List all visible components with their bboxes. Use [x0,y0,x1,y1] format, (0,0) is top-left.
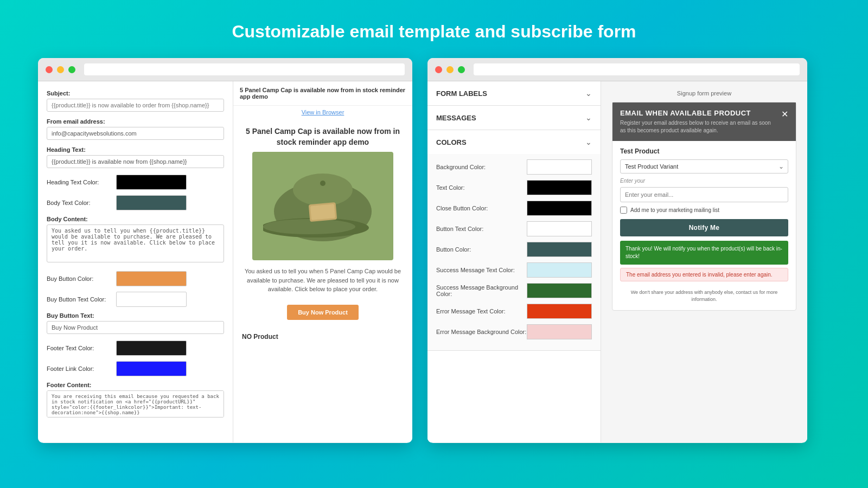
from-email-input[interactable] [47,127,224,140]
close-btn-color-row: Close Button Color: [436,201,592,216]
left-address-bar[interactable] [84,63,405,75]
buy-button-text-group: Buy Button Text: [47,312,224,334]
product-image [252,152,393,260]
email-body-text: You asked us to tell you when 5 Panel Ca… [233,260,412,300]
windows-container: Subject: From email address: Heading Tex… [38,58,830,443]
close-btn-color-label: Close Button Color: [436,205,527,211]
error-bg-color-row: Error Message Background Color: [436,324,592,339]
left-window-body: Subject: From email address: Heading Tex… [38,81,412,442]
email-subject: 5 Panel Camp Cap is available now from i… [233,81,412,106]
error-text-color-swatch[interactable] [527,304,592,319]
right-address-bar[interactable] [474,63,800,75]
footer-content-textarea[interactable]: You are receiving this email because you… [47,390,224,418]
right-browser-window: FORM LABELS ⌄ MESSAGES ⌄ COLORS ⌄ [427,58,807,443]
minimize-button-icon[interactable] [57,66,64,73]
messages-header[interactable]: MESSAGES ⌄ [427,106,601,130]
right-titlebar [427,58,807,81]
form-labels-title: FORM LABELS [436,89,487,98]
svg-point-6 [320,181,326,186]
body-content-label: Body Content: [47,216,224,222]
email-input-field[interactable] [620,187,788,202]
text-color-row: Text Color: [436,180,592,195]
bg-color-row: Background Color: [436,159,592,175]
signup-close-icon[interactable]: ✕ [781,109,788,119]
footer-text-color-row: Footer Text Color: [47,341,224,356]
right-minimize-icon[interactable] [446,66,454,73]
select-chevron-icon: ⌄ [778,163,784,170]
subject-input[interactable] [47,99,224,112]
signup-card: EMAIL WHEN AVAILABLE PRODUCT Register yo… [612,102,796,311]
signup-card-body: Test Product Test Product Variant ⌄ Ente… [612,141,796,310]
buy-button-color-label: Buy Button Color: [47,275,112,282]
svg-rect-5 [310,204,335,220]
right-close-icon[interactable] [435,66,442,73]
btn-text-color-swatch[interactable] [527,221,592,236]
svg-point-1 [293,174,353,206]
footer-text-color-swatch[interactable] [116,341,187,356]
svg-point-3 [263,219,355,234]
success-text-color-swatch[interactable] [527,262,592,278]
left-browser-window: Subject: From email address: Heading Tex… [38,58,412,443]
view-in-browser-link[interactable]: View in Browser [233,106,412,119]
close-btn-color-swatch[interactable] [527,201,592,216]
bg-color-swatch[interactable] [527,159,592,175]
close-button-icon[interactable] [46,66,53,73]
subject-label: Subject: [47,90,224,97]
footer-link-color-swatch[interactable] [116,361,187,376]
btn-color-row: Button Color: [436,242,592,257]
signup-preview-panel: Signup form preview EMAIL WHEN AVAILABLE… [601,81,807,442]
footer-text-color-label: Footer Text Color: [47,345,112,351]
footer-link-color-row: Footer Link Color: [47,361,224,376]
page-title: Customizable email template and subscrib… [232,22,636,42]
variant-select[interactable]: Test Product Variant [620,159,788,174]
buy-button-text-color-label: Buy Button Text Color: [47,296,112,303]
buy-button-text-color-swatch[interactable] [116,292,187,307]
text-color-label: Text Color: [436,184,527,191]
from-email-group: From email address: [47,118,224,140]
bg-color-label: Background Color: [436,164,527,170]
marketing-checkbox[interactable] [620,207,627,214]
from-email-label: From email address: [47,118,224,125]
maximize-button-icon[interactable] [68,66,75,73]
error-text-color-row: Error Message Text Color: [436,304,592,319]
buy-button-text-color-row: Buy Button Text Color: [47,292,224,307]
settings-panel: Subject: From email address: Heading Tex… [38,81,233,442]
error-bg-color-label: Error Message Background Color: [436,329,527,335]
form-labels-header[interactable]: FORM LABELS ⌄ [427,81,601,105]
btn-color-swatch[interactable] [527,242,592,257]
colors-chevron-icon: ⌄ [585,138,592,146]
body-content-group: Body Content: You asked us to tell you w… [47,216,224,265]
body-content-textarea[interactable]: You asked us to tell you when {{product.… [47,224,224,262]
buy-button-color-row: Buy Button Color: [47,271,224,286]
error-message: The email address you entered is invalid… [620,268,788,281]
colors-panel: Background Color: Text Color: Close Butt… [427,154,601,350]
buy-button-text-input[interactable] [47,321,224,334]
success-text-color-row: Success Message Text Color: [436,262,592,278]
privacy-note: We don't share your address with anybody… [620,286,788,304]
messages-chevron-icon: ⌄ [585,113,592,122]
body-text-color-row: Body Text Color: [47,195,224,210]
messages-accordion: MESSAGES ⌄ [427,106,601,130]
subject-group: Subject: [47,90,224,112]
notify-me-button[interactable]: Notify Me [620,219,788,236]
heading-text-label: Heading Text: [47,146,224,153]
email-heading: 5 Panel Camp Cap is available now from i… [233,119,412,152]
success-bg-color-swatch[interactable] [527,283,592,298]
success-bg-color-row: Success Message Background Color: [436,283,592,298]
buy-button-color-swatch[interactable] [116,271,187,286]
heading-color-label: Heading Text Color: [47,179,112,185]
no-product-text: NO Product [233,329,412,345]
success-message: Thank you! We will notify you when the p… [620,241,788,265]
signup-card-title: EMAIL WHEN AVAILABLE PRODUCT [620,109,777,117]
form-labels-chevron-icon: ⌄ [585,89,592,98]
body-text-color-swatch[interactable] [116,195,187,210]
buy-now-button[interactable]: Buy Now Product [287,305,359,320]
footer-content-label: Footer Content: [47,382,224,388]
heading-text-input[interactable] [47,155,224,168]
heading-color-swatch[interactable] [116,175,187,190]
body-text-color-label: Body Text Color: [47,200,112,206]
right-maximize-icon[interactable] [458,66,465,73]
error-bg-color-swatch[interactable] [527,324,592,339]
colors-header[interactable]: COLORS ⌄ [427,130,601,154]
text-color-swatch[interactable] [527,180,592,195]
